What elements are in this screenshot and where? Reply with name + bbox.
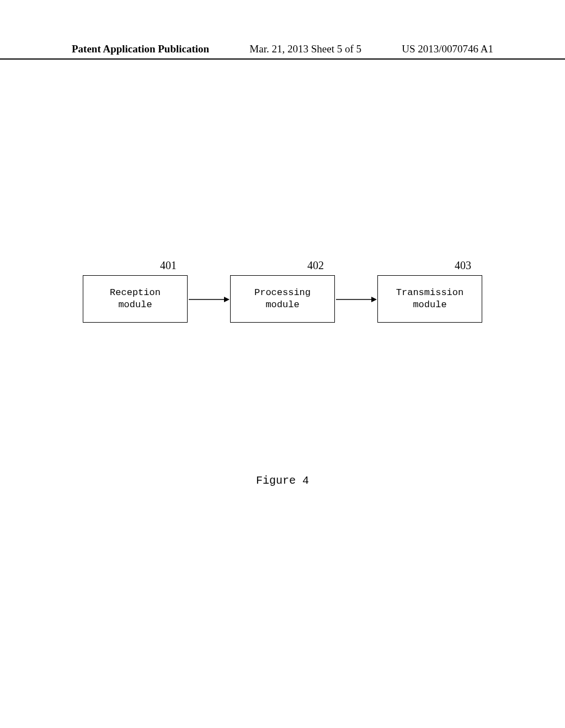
date-sheet: Mar. 21, 2013 Sheet 5 of 5 <box>249 43 361 55</box>
svg-marker-1 <box>224 297 230 302</box>
arrow-1 <box>189 299 230 300</box>
block-box-transmission: Transmission module <box>377 275 482 323</box>
figure-caption: Figure 4 <box>0 474 565 487</box>
page-header: Patent Application Publication Mar. 21, … <box>0 43 565 60</box>
arrow-2 <box>336 299 377 300</box>
block-box-reception: Reception module <box>83 275 188 323</box>
block-ref-403: 403 <box>455 259 482 272</box>
diagram-row: 401 Reception module 402 Processing modu… <box>83 259 482 323</box>
block-reception: 401 Reception module <box>83 259 188 323</box>
header-row: Patent Application Publication Mar. 21, … <box>0 43 565 55</box>
block-transmission: 403 Transmission module <box>377 259 482 323</box>
svg-marker-3 <box>371 297 377 302</box>
block-ref-401: 401 <box>160 259 188 272</box>
arrow-right-icon <box>189 299 230 300</box>
block-box-processing: Processing module <box>230 275 335 323</box>
block-diagram: 401 Reception module 402 Processing modu… <box>83 259 482 323</box>
block-ref-402: 402 <box>307 259 335 272</box>
publication-type: Patent Application Publication <box>72 43 209 55</box>
block-processing: 402 Processing module <box>230 259 335 323</box>
arrow-right-icon <box>336 299 377 300</box>
publication-number: US 2013/0070746 A1 <box>402 43 493 55</box>
